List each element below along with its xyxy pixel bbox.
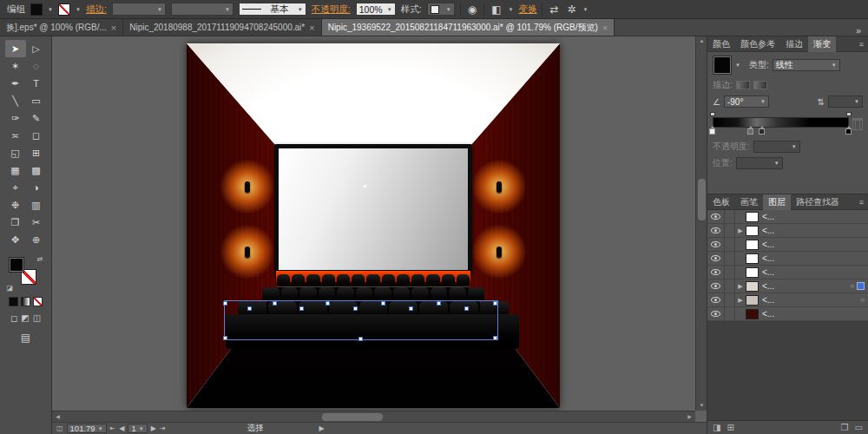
free-transform-tool[interactable]: ◻	[26, 127, 47, 144]
panel-tab-gradient[interactable]: 渐变	[808, 36, 836, 52]
layer-row[interactable]: <...	[707, 238, 868, 252]
layer-row[interactable]: <...	[707, 266, 868, 279]
layer-name[interactable]: <...	[762, 309, 865, 319]
gradient-stop[interactable]	[709, 128, 715, 135]
layer-name[interactable]: <...	[762, 281, 850, 291]
symbol-sprayer-tool[interactable]: ❉	[5, 196, 26, 214]
anchor-point[interactable]	[358, 337, 363, 341]
fill-dropdown-icon[interactable]: ▼	[48, 7, 53, 12]
layer-name[interactable]: <...	[762, 253, 865, 263]
horizontal-scroll-thumb[interactable]	[322, 413, 383, 421]
gradient-stop[interactable]	[759, 128, 765, 135]
visibility-toggle[interactable]	[707, 252, 725, 265]
visibility-toggle[interactable]	[707, 224, 725, 237]
visibility-toggle[interactable]	[707, 279, 725, 293]
perspective-grid-tool[interactable]: ⊞	[26, 144, 47, 161]
line-segment-tool[interactable]: ╲	[5, 92, 26, 109]
draw-normal-icon[interactable]: ◻	[10, 313, 17, 323]
layer-name[interactable]: <...	[762, 295, 860, 305]
visibility-toggle[interactable]	[707, 210, 725, 223]
expand-icon[interactable]: ▶	[735, 297, 746, 304]
dropdown-icon[interactable]: ▼	[509, 7, 514, 12]
eyedropper-tool[interactable]: ⌖	[5, 179, 26, 196]
first-artboard-icon[interactable]: ⇤	[110, 424, 116, 432]
stroke-gradient-across-icon[interactable]	[753, 81, 767, 89]
hand-tool[interactable]: ✥	[5, 231, 26, 248]
next-artboard-icon[interactable]: ▶	[151, 424, 156, 432]
pen-tool[interactable]: ✒	[5, 75, 26, 92]
stop-opacity-field[interactable]: ▼	[753, 141, 800, 153]
tab-overflow-icon[interactable]: »	[849, 25, 868, 36]
panel-tab-color[interactable]: 颜色	[707, 36, 735, 52]
panel-tab-layers[interactable]: 图层	[763, 194, 791, 210]
lock-toggle[interactable]	[725, 252, 735, 265]
expand-icon[interactable]: ▶	[735, 283, 746, 290]
new-layer-icon[interactable]: ❐	[841, 423, 849, 432]
anchor-point[interactable]	[223, 336, 227, 340]
gradient-stop[interactable]	[747, 128, 753, 135]
layer-row[interactable]: <...	[707, 307, 868, 321]
paintbrush-tool[interactable]: ✑	[5, 109, 26, 127]
document-tab[interactable]: 换].eps* @ 100% (RGB/...×	[0, 19, 123, 36]
scroll-down-icon[interactable]: ▼	[696, 401, 707, 411]
aspect-ratio-field[interactable]: ▼	[828, 95, 863, 108]
prev-artboard-icon[interactable]: ◀	[119, 424, 124, 432]
visibility-toggle[interactable]	[707, 307, 725, 320]
recolor-artwork-icon[interactable]: ◉	[466, 3, 478, 16]
gradient-stop[interactable]	[845, 128, 852, 135]
pencil-tool[interactable]: ✎	[26, 109, 47, 127]
shape-builder-tool[interactable]: ◱	[5, 144, 26, 161]
column-graph-tool[interactable]: ▥	[26, 196, 47, 214]
layer-row[interactable]: ▶<...	[707, 224, 868, 238]
visibility-toggle[interactable]	[707, 238, 725, 251]
lasso-tool[interactable]: ◌	[26, 57, 47, 75]
isolate-selected-icon[interactable]: ⇄	[548, 3, 560, 16]
gradient-swatch[interactable]	[713, 56, 732, 75]
layer-row[interactable]: <...	[707, 210, 868, 224]
vertical-scrollbar[interactable]: ▲ ▼	[695, 36, 707, 411]
preferences-icon[interactable]: ✲	[566, 3, 578, 16]
color-button[interactable]	[9, 297, 18, 306]
layer-name[interactable]: <...	[762, 267, 865, 277]
visibility-toggle[interactable]	[707, 266, 725, 279]
tab-close-icon[interactable]: ×	[309, 23, 314, 33]
brush-definition-dropdown[interactable]: 基本▼	[239, 3, 306, 16]
gradient-swatch-dropdown-icon[interactable]: ▼	[735, 62, 740, 68]
reverse-gradient-icon[interactable]: ⇅	[818, 97, 825, 107]
stroke-gradient-along-icon[interactable]	[736, 81, 750, 89]
target-circle-icon[interactable]: ○	[860, 296, 865, 304]
anchor-point[interactable]	[437, 301, 441, 306]
draw-inside-icon[interactable]: ◫	[33, 313, 41, 323]
mesh-tool[interactable]: ▦	[5, 161, 26, 179]
slice-tool[interactable]: ✂	[26, 214, 47, 231]
variable-width-dropdown[interactable]: ▼	[171, 3, 233, 16]
panel-tab-pathfinder[interactable]: 路径查找器	[791, 194, 845, 210]
delete-layer-icon[interactable]: ▭	[855, 423, 863, 432]
document-tab[interactable]: Nipic_19369522_20150821184711963000.ai* …	[322, 19, 615, 36]
default-fill-stroke-icon[interactable]: ◪	[7, 284, 14, 292]
last-artboard-icon[interactable]: ⇥	[160, 424, 166, 432]
layer-row[interactable]: <...	[707, 252, 868, 266]
anchor-point[interactable]	[299, 306, 304, 311]
rectangle-tool[interactable]: ▭	[26, 92, 47, 109]
opacity-stop[interactable]	[710, 112, 715, 116]
blend-tool[interactable]: ◑	[26, 179, 47, 196]
panel-menu-icon[interactable]: ≡	[855, 198, 868, 207]
anchor-point[interactable]	[493, 301, 497, 306]
zoom-tool[interactable]: ⊕	[26, 231, 47, 248]
lock-toggle[interactable]	[725, 307, 735, 320]
panel-tab-stroke[interactable]: 描边	[780, 36, 808, 52]
layer-name[interactable]: <...	[762, 212, 865, 221]
new-sublayer-icon[interactable]: ⊞	[727, 423, 733, 432]
opacity-field[interactable]: 100%▼	[356, 3, 396, 16]
type-tool[interactable]: T	[26, 75, 47, 92]
document-tab[interactable]: Nipic_20180988_20171119094708245000.ai*×	[123, 19, 321, 36]
lock-toggle[interactable]	[725, 210, 735, 223]
lock-toggle[interactable]	[725, 293, 735, 306]
stroke-color-swatch[interactable]	[58, 3, 70, 16]
width-tool[interactable]: ≍	[5, 127, 26, 144]
lock-toggle[interactable]	[725, 266, 735, 279]
anchor-point[interactable]	[464, 306, 469, 311]
tab-close-icon[interactable]: ×	[602, 23, 608, 33]
draw-behind-icon[interactable]: ◩	[21, 313, 29, 323]
